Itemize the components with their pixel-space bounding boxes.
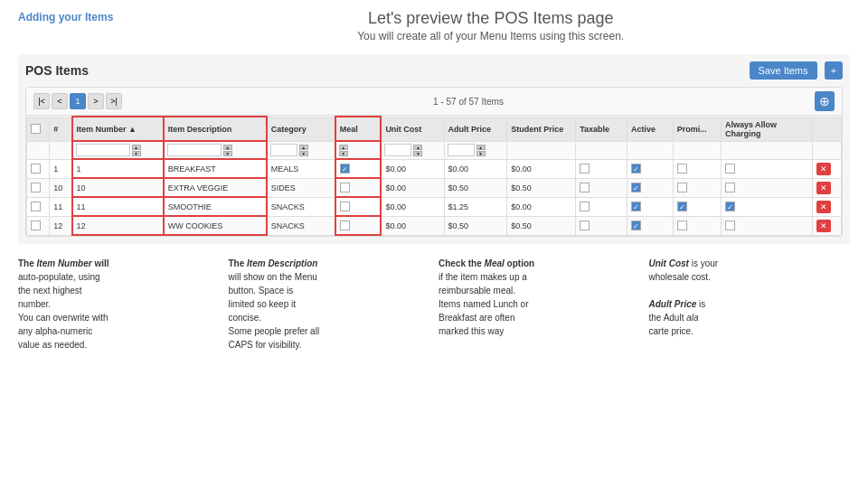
row-adult-price-cell[interactable]: $1.25	[444, 197, 507, 216]
active-checkbox[interactable]	[631, 164, 641, 174]
meal-checkbox[interactable]	[340, 221, 350, 230]
row-unit-cost-cell[interactable]: $0.00	[381, 216, 444, 235]
row-delete-cell[interactable]: ✕	[813, 178, 842, 197]
row-student-price-cell[interactable]: $0.00	[507, 159, 576, 178]
save-items-button[interactable]: Save Items	[750, 61, 817, 80]
pager-page1[interactable]: 1	[70, 93, 86, 109]
row-adult-price-cell[interactable]: $0.50	[444, 178, 507, 197]
row-category-cell[interactable]: SIDES	[267, 178, 335, 197]
item-desc-filter-up[interactable]: ▲	[223, 145, 232, 150]
pager-last[interactable]: >|	[106, 93, 122, 109]
row-delete-cell[interactable]: ✕	[813, 159, 842, 178]
row-active-cell[interactable]	[627, 178, 674, 197]
row-item-desc-cell[interactable]: BREAKFAST	[164, 159, 267, 178]
filter-item-number[interactable]: ▲ ▼	[72, 141, 164, 159]
item-number-filter-input[interactable]	[76, 144, 130, 156]
meal-checkbox[interactable]	[340, 183, 350, 192]
adult-price-filter-down[interactable]: ▼	[476, 151, 486, 156]
item-number-filter-up[interactable]: ▲	[132, 145, 141, 150]
filter-category[interactable]: ▲ ▼	[267, 141, 335, 159]
row-checkbox[interactable]	[31, 202, 41, 211]
taxable-checkbox[interactable]	[580, 221, 590, 230]
more-options-button[interactable]: +	[825, 61, 843, 80]
add-row-button[interactable]: ⊕	[815, 91, 835, 111]
row-select-cell[interactable]	[27, 159, 50, 178]
pager-first[interactable]: |<	[33, 93, 50, 109]
row-always-allow-cell[interactable]	[721, 178, 812, 197]
row-select-cell[interactable]	[27, 197, 50, 216]
promi-checkbox[interactable]	[677, 221, 687, 230]
delete-row-button[interactable]: ✕	[816, 201, 831, 213]
row-meal-cell[interactable]	[335, 159, 382, 178]
row-promi-cell[interactable]	[673, 216, 721, 235]
meal-filter-up[interactable]: ▲	[339, 145, 348, 150]
category-filter-up[interactable]: ▲	[299, 145, 308, 150]
row-meal-cell[interactable]	[335, 178, 382, 197]
always-allow-checkbox[interactable]	[725, 202, 735, 211]
row-select-cell[interactable]	[27, 216, 50, 235]
filter-item-desc[interactable]: ▲ ▼	[164, 141, 267, 159]
unit-cost-filter-down[interactable]: ▼	[413, 151, 422, 156]
promi-checkbox[interactable]	[677, 164, 687, 174]
row-promi-cell[interactable]	[673, 159, 721, 178]
filter-adult-price[interactable]: ▲ ▼	[444, 141, 507, 159]
row-taxable-cell[interactable]	[576, 159, 627, 178]
active-checkbox[interactable]	[631, 221, 641, 230]
always-allow-checkbox[interactable]	[725, 164, 735, 174]
row-student-price-cell[interactable]: $0.50	[507, 178, 576, 197]
row-taxable-cell[interactable]	[576, 197, 627, 216]
taxable-checkbox[interactable]	[580, 164, 590, 174]
meal-checkbox[interactable]	[340, 202, 350, 211]
row-always-allow-cell[interactable]	[721, 216, 812, 235]
row-taxable-cell[interactable]	[576, 216, 627, 235]
item-desc-filter-down[interactable]: ▼	[223, 151, 232, 156]
meal-checkbox[interactable]	[340, 164, 350, 174]
item-number-filter-down[interactable]: ▼	[132, 151, 141, 156]
row-meal-cell[interactable]	[335, 197, 382, 216]
row-adult-price-cell[interactable]: $0.50	[444, 216, 507, 235]
row-item-desc-cell[interactable]: EXTRA VEGGIE	[164, 178, 267, 197]
row-meal-cell[interactable]	[335, 216, 382, 235]
active-checkbox[interactable]	[631, 183, 641, 192]
row-item-number-cell[interactable]: 12	[72, 216, 164, 235]
row-item-desc-cell[interactable]: WW COOKIES	[164, 216, 267, 235]
item-desc-filter-input[interactable]	[167, 144, 222, 156]
active-checkbox[interactable]	[631, 202, 641, 211]
row-category-cell[interactable]: MEALS	[267, 159, 335, 178]
pager-next[interactable]: >	[88, 93, 104, 109]
always-allow-checkbox[interactable]	[725, 221, 735, 230]
row-item-number-cell[interactable]: 1	[72, 159, 164, 178]
pager-prev[interactable]: <	[52, 93, 68, 109]
row-active-cell[interactable]	[627, 216, 674, 235]
category-filter-input[interactable]	[270, 144, 297, 156]
row-item-desc-cell[interactable]: SMOOTHIE	[164, 197, 267, 216]
row-unit-cost-cell[interactable]: $0.00	[381, 197, 444, 216]
row-select-cell[interactable]	[27, 178, 50, 197]
row-delete-cell[interactable]: ✕	[813, 216, 842, 235]
delete-row-button[interactable]: ✕	[816, 220, 831, 232]
promi-checkbox[interactable]	[677, 202, 687, 211]
row-promi-cell[interactable]	[673, 178, 721, 197]
row-checkbox[interactable]	[31, 221, 41, 230]
row-promi-cell[interactable]	[673, 197, 721, 216]
category-filter-down[interactable]: ▼	[299, 151, 308, 156]
meal-filter-down[interactable]: ▼	[339, 151, 348, 156]
unit-cost-filter-up[interactable]: ▲	[413, 145, 422, 150]
row-student-price-cell[interactable]: $0.00	[507, 197, 576, 216]
row-delete-cell[interactable]: ✕	[813, 197, 842, 216]
row-always-allow-cell[interactable]	[721, 197, 812, 216]
row-active-cell[interactable]	[627, 159, 674, 178]
delete-row-button[interactable]: ✕	[816, 163, 831, 175]
unit-cost-filter-input[interactable]	[384, 144, 411, 156]
row-checkbox[interactable]	[31, 183, 41, 192]
row-category-cell[interactable]: SNACKS	[267, 197, 335, 216]
row-student-price-cell[interactable]: $0.50	[507, 216, 576, 235]
row-always-allow-cell[interactable]	[721, 159, 812, 178]
row-unit-cost-cell[interactable]: $0.00	[381, 178, 444, 197]
adult-price-filter-up[interactable]: ▲	[476, 145, 486, 150]
row-item-number-cell[interactable]: 11	[72, 197, 164, 216]
taxable-checkbox[interactable]	[580, 183, 590, 192]
delete-row-button[interactable]: ✕	[816, 182, 831, 194]
filter-unit-cost[interactable]: ▲ ▼	[381, 141, 444, 159]
promi-checkbox[interactable]	[677, 183, 687, 192]
